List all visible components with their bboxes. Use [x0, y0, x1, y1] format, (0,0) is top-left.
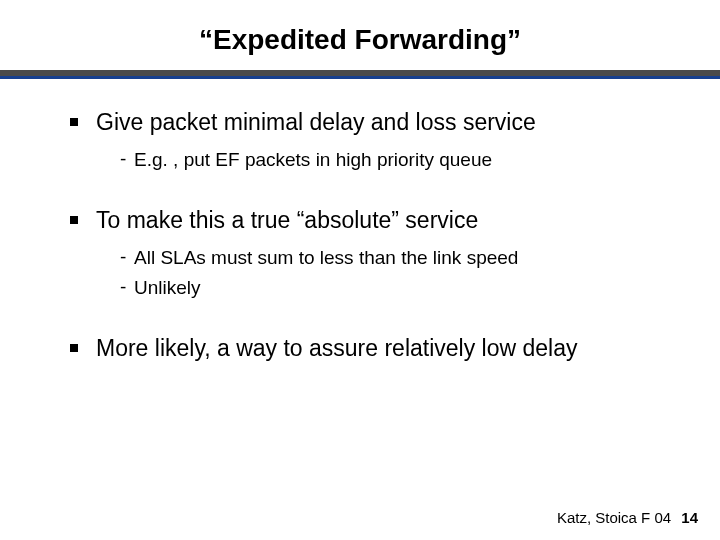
slide-title: “Expedited Forwarding”: [0, 0, 720, 56]
bullet-item: To make this a true “absolute” service -…: [70, 206, 670, 304]
sub-bullet-text: All SLAs must sum to less than the link …: [134, 245, 518, 271]
bullet-body: To make this a true “absolute” service -…: [96, 206, 518, 304]
footer-credit: Katz, Stoica F 04: [557, 509, 671, 526]
bullet-text: Give packet minimal delay and loss servi…: [96, 108, 536, 137]
bullet-body: More likely, a way to assure relatively …: [96, 334, 577, 363]
bullet-item: Give packet minimal delay and loss servi…: [70, 108, 670, 176]
sub-bullet-item: - E.g. , put EF packets in high priority…: [96, 147, 536, 173]
square-bullet-icon: [70, 344, 78, 352]
rule-blue: [0, 76, 720, 79]
title-rule: [0, 70, 720, 80]
slide: “Expedited Forwarding” Give packet minim…: [0, 0, 720, 540]
dash-bullet-icon: -: [120, 147, 134, 172]
sub-bullet-text: Unlikely: [134, 275, 201, 301]
bullet-list: Give packet minimal delay and loss servi…: [70, 108, 670, 363]
slide-footer: Katz, Stoica F 04 14: [557, 509, 698, 526]
bullet-text: More likely, a way to assure relatively …: [96, 334, 577, 363]
sub-bullet-text: E.g. , put EF packets in high priority q…: [134, 147, 492, 173]
sub-bullet-list: - All SLAs must sum to less than the lin…: [96, 245, 518, 300]
slide-body: Give packet minimal delay and loss servi…: [0, 80, 720, 363]
dash-bullet-icon: -: [120, 245, 134, 270]
square-bullet-icon: [70, 118, 78, 126]
bullet-body: Give packet minimal delay and loss servi…: [96, 108, 536, 176]
page-number: 14: [681, 509, 698, 526]
sub-bullet-list: - E.g. , put EF packets in high priority…: [96, 147, 536, 173]
sub-bullet-item: - Unlikely: [96, 275, 518, 301]
square-bullet-icon: [70, 216, 78, 224]
sub-bullet-item: - All SLAs must sum to less than the lin…: [96, 245, 518, 271]
dash-bullet-icon: -: [120, 275, 134, 300]
bullet-text: To make this a true “absolute” service: [96, 206, 518, 235]
bullet-item: More likely, a way to assure relatively …: [70, 334, 670, 363]
